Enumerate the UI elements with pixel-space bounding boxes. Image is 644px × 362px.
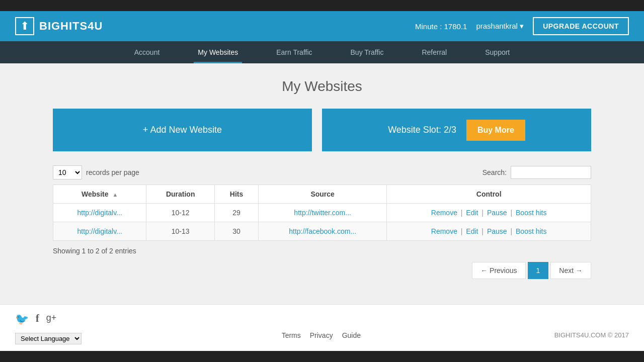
facebook-icon[interactable]: f: [36, 313, 39, 326]
logo-area: ⬆ BIGHITS4U: [15, 17, 103, 35]
col-hits: Hits: [215, 185, 259, 204]
user-menu[interactable]: prashantkral ▾: [476, 22, 524, 31]
page-title: My Websites: [53, 78, 591, 95]
header: ⬆ BIGHITS4U Minute : 1780.1 prashantkral…: [0, 11, 644, 41]
search-area: Search:: [482, 166, 591, 179]
cell-duration: 10-13: [146, 222, 215, 241]
table-header: Website ▲ Duration Hits Source Control: [53, 185, 591, 204]
website-link[interactable]: http://digitalv...: [77, 209, 122, 217]
search-label: Search:: [482, 168, 507, 176]
source-link[interactable]: http://twitter.com...: [294, 209, 351, 217]
top-bar: [0, 0, 644, 11]
records-label: records per page: [86, 168, 139, 176]
websites-table: Website ▲ Duration Hits Source Control h…: [53, 185, 591, 241]
social-icons: 🐦 f g+: [15, 313, 56, 326]
logo-icon: ⬆: [20, 21, 29, 32]
logo-text: BIGHITS4U: [39, 20, 103, 33]
col-source: Source: [259, 185, 387, 204]
cell-source: http://facebook.com...: [259, 222, 387, 241]
control-remove[interactable]: Remove: [431, 209, 457, 217]
logo-box: ⬆: [15, 17, 34, 35]
control-separator: |: [509, 209, 514, 217]
add-website-button[interactable]: + Add New Website: [53, 109, 312, 151]
slot-card: Website Slot: 2/3 Buy More: [322, 109, 591, 151]
bottom-bar: [0, 351, 644, 362]
control-separator: |: [459, 209, 464, 217]
col-website: Website ▲: [53, 185, 146, 204]
table-header-row: Website ▲ Duration Hits Source Control: [53, 185, 591, 204]
control-pause[interactable]: Pause: [487, 227, 507, 235]
upgrade-button[interactable]: UPGRADE ACCOUNT: [533, 17, 629, 35]
cell-control: Remove | Edit | Pause | Boost hits: [387, 222, 591, 241]
nav-referral[interactable]: Referral: [418, 41, 451, 63]
copyright: BIGHITS4U.COM © 2017: [554, 331, 629, 339]
control-boost-hits[interactable]: Boost hits: [516, 209, 546, 217]
table-row: http://digitalv...10-1330http://facebook…: [53, 222, 591, 241]
content-wrapper: My Websites + Add New Website Website Sl…: [0, 63, 644, 304]
next-button[interactable]: Next →: [550, 262, 591, 279]
nav-my-websites[interactable]: My Websites: [194, 41, 242, 63]
prev-button[interactable]: ← Previous: [472, 262, 525, 279]
table-controls: 10 25 50 100 records per page Search:: [53, 165, 591, 179]
nav-earn-traffic[interactable]: Earn Traffic: [272, 41, 316, 63]
language-select-area: Select Language: [15, 333, 82, 344]
control-pause[interactable]: Pause: [487, 209, 507, 217]
records-per-page-select[interactable]: 10 25 50 100: [53, 165, 82, 179]
slot-text: Website Slot: 2/3: [388, 125, 456, 135]
showing-entries: Showing 1 to 2 of 2 entries: [53, 247, 591, 255]
twitter-icon[interactable]: 🐦: [15, 313, 29, 326]
website-link[interactable]: http://digitalv...: [77, 227, 122, 235]
header-right: Minute : 1780.1 prashantkral ▾ UPGRADE A…: [415, 17, 629, 35]
guide-link[interactable]: Guide: [342, 331, 361, 339]
googleplus-icon[interactable]: g+: [46, 313, 57, 326]
cell-website: http://digitalv...: [53, 204, 146, 222]
control-edit[interactable]: Edit: [466, 227, 478, 235]
terms-link[interactable]: Terms: [282, 331, 301, 339]
cell-control: Remove | Edit | Pause | Boost hits: [387, 204, 591, 222]
control-remove[interactable]: Remove: [431, 227, 457, 235]
col-control: Control: [387, 185, 591, 204]
action-row: + Add New Website Website Slot: 2/3 Buy …: [53, 109, 591, 151]
minute-display: Minute : 1780.1: [415, 22, 467, 31]
nav-account[interactable]: Account: [130, 41, 164, 63]
nav-buy-traffic[interactable]: Buy Traffic: [347, 41, 388, 63]
control-separator: |: [509, 227, 514, 235]
control-edit[interactable]: Edit: [466, 209, 478, 217]
control-boost-hits[interactable]: Boost hits: [516, 227, 546, 235]
nav-support[interactable]: Support: [481, 41, 514, 63]
control-separator: |: [479, 227, 485, 235]
privacy-link[interactable]: Privacy: [310, 331, 333, 339]
cell-website: http://digitalv...: [53, 222, 146, 241]
control-separator: |: [479, 209, 485, 217]
table-body: http://digitalv...10-1229http://twitter.…: [53, 204, 591, 241]
navbar: Account My Websites Earn Traffic Buy Tra…: [0, 41, 644, 63]
cell-hits: 29: [215, 204, 259, 222]
source-link[interactable]: http://facebook.com...: [289, 227, 356, 235]
footer-links: Terms Privacy Guide: [282, 331, 361, 339]
buy-more-button[interactable]: Buy More: [466, 120, 525, 141]
control-separator: |: [459, 227, 464, 235]
table-row: http://digitalv...10-1229http://twitter.…: [53, 204, 591, 222]
records-per-page-area: 10 25 50 100 records per page: [53, 165, 139, 179]
col-duration: Duration: [146, 185, 215, 204]
cell-source: http://twitter.com...: [259, 204, 387, 222]
language-select[interactable]: Select Language: [15, 333, 82, 344]
page-1-button[interactable]: 1: [528, 262, 549, 279]
cell-hits: 30: [215, 222, 259, 241]
main-content: My Websites + Add New Website Website Sl…: [45, 63, 599, 304]
cell-duration: 10-12: [146, 204, 215, 222]
sort-icon[interactable]: ▲: [112, 192, 118, 198]
search-input[interactable]: [511, 166, 591, 179]
pagination: ← Previous 1 Next →: [53, 262, 591, 279]
